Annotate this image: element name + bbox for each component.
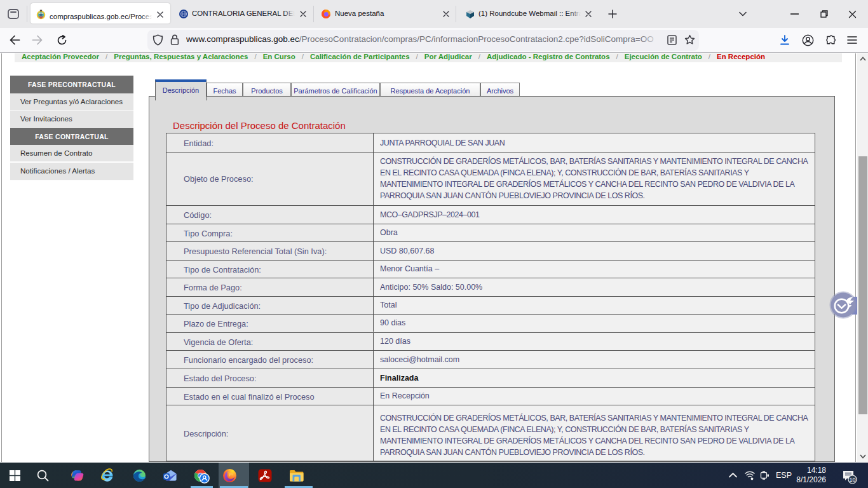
svg-text:10: 10 (849, 477, 855, 483)
